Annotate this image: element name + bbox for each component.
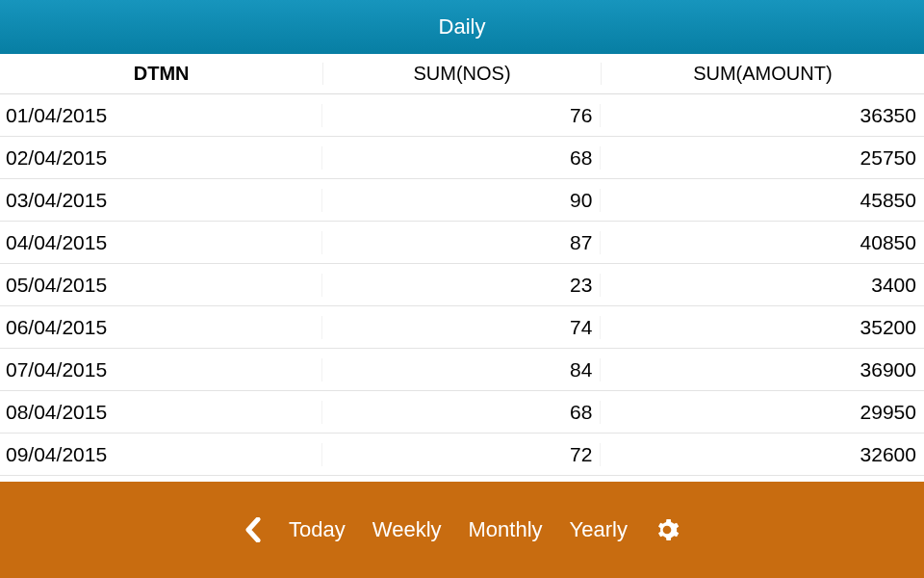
cell-dtmn: 09/04/2015 (0, 443, 322, 466)
nav-today[interactable]: Today (289, 517, 346, 542)
cell-amount: 29950 (601, 401, 924, 424)
cell-amount: 36900 (601, 358, 924, 381)
cell-amount: 36350 (601, 104, 924, 127)
cell-amount: 35200 (601, 316, 924, 339)
cell-dtmn: 08/04/2015 (0, 401, 322, 424)
cell-nos: 23 (322, 274, 602, 297)
footer-toolbar: Today Weekly Monthly Yearly (0, 482, 924, 578)
cell-nos: 84 (322, 358, 602, 381)
table-row[interactable]: 09/04/20157232600 (0, 434, 924, 476)
page-title: Daily (439, 14, 486, 39)
cell-dtmn: 05/04/2015 (0, 274, 322, 297)
nav-weekly[interactable]: Weekly (372, 517, 442, 542)
table-row[interactable]: 06/04/20157435200 (0, 306, 924, 349)
settings-button[interactable] (654, 517, 680, 542)
table-row[interactable]: 05/04/2015233400 (0, 264, 924, 306)
cell-nos: 76 (322, 104, 602, 127)
cell-dtmn: 02/04/2015 (0, 146, 322, 170)
cell-dtmn: 01/04/2015 (0, 104, 322, 127)
table-body: 01/04/2015763635002/04/2015682575003/04/… (0, 94, 924, 476)
cell-dtmn: 06/04/2015 (0, 316, 322, 339)
column-header-amount: SUM(AMOUNT) (602, 63, 924, 85)
cell-nos: 87 (322, 231, 602, 254)
back-button[interactable] (244, 517, 262, 542)
column-header-nos: SUM(NOS) (323, 63, 601, 85)
column-header-dtmn: DTMN (0, 63, 323, 85)
cell-amount: 25750 (601, 146, 924, 170)
cell-nos: 74 (322, 316, 602, 339)
cell-dtmn: 07/04/2015 (0, 358, 322, 381)
cell-amount: 32600 (601, 443, 924, 466)
table-row[interactable]: 04/04/20158740850 (0, 222, 924, 264)
nav-yearly[interactable]: Yearly (570, 517, 628, 542)
nav-monthly[interactable]: Monthly (469, 517, 543, 542)
cell-nos: 68 (322, 146, 602, 170)
cell-dtmn: 03/04/2015 (0, 189, 322, 212)
table-header-row: DTMN SUM(NOS) SUM(AMOUNT) (0, 54, 924, 94)
table-row[interactable]: 03/04/20159045850 (0, 179, 924, 222)
cell-amount: 3400 (601, 274, 924, 297)
cell-nos: 72 (322, 443, 602, 466)
cell-nos: 68 (322, 401, 602, 424)
data-table: DTMN SUM(NOS) SUM(AMOUNT) 01/04/20157636… (0, 54, 924, 482)
cell-dtmn: 04/04/2015 (0, 231, 322, 254)
cell-amount: 45850 (601, 189, 924, 212)
table-row[interactable]: 07/04/20158436900 (0, 349, 924, 391)
table-row[interactable]: 08/04/20156829950 (0, 391, 924, 434)
chevron-left-icon (244, 517, 262, 542)
cell-amount: 40850 (601, 231, 924, 254)
table-row[interactable]: 02/04/20156825750 (0, 137, 924, 179)
app-root: Daily DTMN SUM(NOS) SUM(AMOUNT) 01/04/20… (0, 0, 924, 578)
cell-nos: 90 (322, 189, 602, 212)
gear-icon (654, 517, 680, 542)
table-row[interactable]: 01/04/20157636350 (0, 94, 924, 137)
header-bar: Daily (0, 0, 924, 54)
